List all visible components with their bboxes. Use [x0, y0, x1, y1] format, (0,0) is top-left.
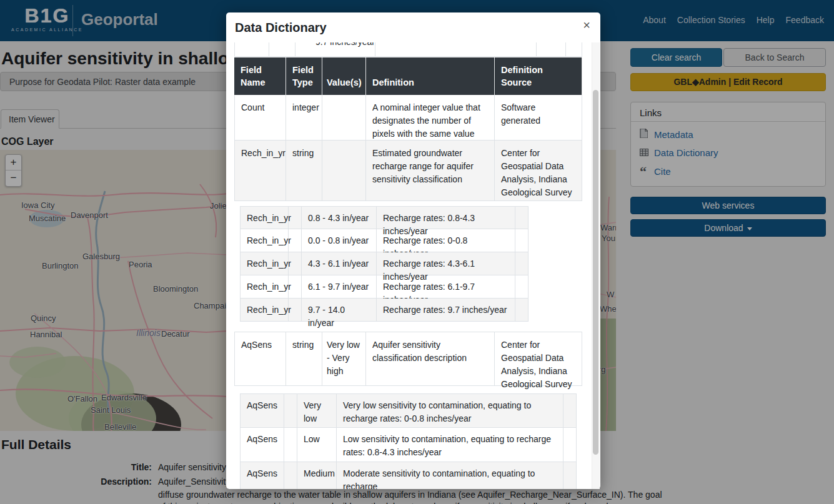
clipped-table-row: 9.7 inches/year [234, 42, 582, 57]
table-subrow: Rech_in_yr 6.1 - 9.7 in/year Recharge ra… [240, 275, 529, 299]
table-subrow: AqSens Medium Moderate sensitivity to co… [240, 462, 577, 489]
modal-title: Data Dictionary [235, 21, 327, 35]
table-row: Count integer A nominal integer value th… [234, 95, 582, 141]
table-subrow: Rech_in_yr 0.8 - 4.3 in/year Recharge ra… [240, 206, 529, 229]
modal-scrollbar-thumb[interactable] [593, 90, 598, 455]
table-subrow: AqSens Very low Very low sensitivity to … [240, 393, 577, 428]
table-subrow: Rech_in_yr 4.3 - 6.1 in/year Recharge ra… [240, 252, 529, 275]
table-subrow: AqSens Low Low sensitivity to contaminat… [240, 428, 577, 462]
table-row: Rech_in_yr string Estimated groundwater … [234, 141, 582, 201]
data-dictionary-modal: Data Dictionary × 9.7 inches/year Field … [226, 12, 600, 489]
data-dictionary-table[interactable]: 9.7 inches/year Field Name Field Type Va… [226, 42, 600, 489]
close-icon[interactable]: × [583, 19, 590, 31]
table-subrow: Rech_in_yr 0.0 - 0.8 in/year Recharge ra… [240, 229, 529, 252]
table-header-row: Field Name Field Type Value(s) Definitio… [234, 57, 582, 95]
table-subrow: Rech_in_yr 9.7 - 14.0 in/year Recharge r… [240, 299, 529, 322]
table-row: AqSens string Very low - Very high Aquif… [234, 332, 582, 386]
